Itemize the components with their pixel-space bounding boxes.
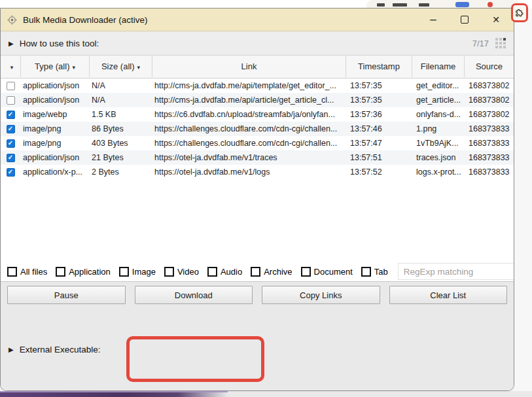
filter-bar: All files Application Image Video Audio … <box>1 262 514 281</box>
cell-size: N/A <box>89 81 152 90</box>
row-checkbox[interactable] <box>7 125 15 133</box>
extension-window: Bulk Media Downloader (active) – ✕ ▶ How… <box>0 8 514 391</box>
filter-checkbox[interactable] <box>7 267 17 277</box>
cell-timestamp: 13:57:35 <box>346 95 412 105</box>
table-row[interactable]: application/json 21 Bytes https://otel-j… <box>1 150 514 165</box>
cell-timestamp: 13:57:51 <box>346 153 412 162</box>
grid-view-icon[interactable] <box>495 38 506 48</box>
clear-list-button[interactable]: Clear List <box>389 286 508 304</box>
filter-application[interactable]: Application <box>56 267 111 277</box>
cell-source: 168373833 <box>464 167 514 177</box>
cell-filename: logs.x-prot... <box>412 167 464 177</box>
filter-checkbox[interactable] <box>56 267 65 277</box>
cell-size: 86 Bytes <box>89 124 152 133</box>
table-row[interactable]: application/json N/A http://cms-ja.dvdfa… <box>1 78 514 93</box>
how-to-use-toggle[interactable]: ▶ How to use this tool: 7/17 <box>1 31 514 56</box>
browser-ui-fragment <box>488 2 493 7</box>
cell-size: N/A <box>89 95 152 105</box>
how-to-use-label: How to use this tool: <box>20 39 99 48</box>
puzzle-icon[interactable] <box>514 8 525 18</box>
download-button[interactable]: Download <box>135 286 253 304</box>
filter-checkbox[interactable] <box>361 267 371 277</box>
external-executable-label: External Executable: <box>20 345 101 354</box>
type-filter-header[interactable]: Type (all)▾ <box>20 56 89 77</box>
filter-audio[interactable]: Audio <box>207 267 242 277</box>
select-filter-header[interactable]: ▾ <box>1 56 20 77</box>
row-checkbox[interactable] <box>7 139 15 148</box>
cell-type: image/png <box>20 139 89 148</box>
filter-all-files[interactable]: All files <box>7 267 47 277</box>
cell-source: 168373833 <box>464 124 514 133</box>
filter-document[interactable]: Document <box>301 267 353 277</box>
row-checkbox[interactable] <box>7 96 15 105</box>
cell-source: 168373802 <box>464 95 514 105</box>
table-row[interactable]: application/json N/A http://cms-ja.dvdfa… <box>1 93 514 107</box>
cell-size: 403 Bytes <box>89 139 152 148</box>
maximize-icon[interactable] <box>460 15 469 24</box>
cell-timestamp: 13:57:35 <box>346 81 412 90</box>
chevron-down-icon: ▾ <box>10 64 14 71</box>
chevron-down-icon: ▾ <box>72 64 75 71</box>
annotation-extension-highlight <box>511 3 528 22</box>
cell-timestamp: 13:57:47 <box>346 139 412 148</box>
regexp-input[interactable] <box>398 263 514 280</box>
cell-source: 168373802 <box>464 110 514 119</box>
cell-link: http://cms-ja.dvdfab.me/api/template/get… <box>152 81 346 90</box>
filter-video[interactable]: Video <box>164 267 199 277</box>
cell-link: https://otel-ja.dvdfab.me/v1/traces <box>152 153 346 162</box>
filter-checkbox[interactable] <box>301 267 311 277</box>
filter-checkbox[interactable] <box>164 267 174 277</box>
filter-checkbox[interactable] <box>251 267 260 277</box>
window-title: Bulk Media Downloader (active) <box>23 15 148 25</box>
table-row[interactable]: image/png 403 Bytes https://challenges.c… <box>1 136 514 150</box>
empty-list-area <box>1 179 514 262</box>
external-executable-toggle[interactable]: ▶ External Executable: <box>1 308 514 390</box>
cell-link: http://cms-ja.dvdfab.me/api/article/get_… <box>152 95 346 105</box>
item-counter: 7/17 <box>472 39 489 48</box>
filter-image[interactable]: Image <box>119 267 156 277</box>
cell-type: image/png <box>20 124 89 133</box>
copy-links-button[interactable]: Copy Links <box>262 286 380 304</box>
page-background <box>514 9 532 397</box>
cell-type: application/json <box>20 153 89 162</box>
chevron-right-icon: ▶ <box>9 40 14 47</box>
cell-type: application/json <box>20 95 89 105</box>
browser-ui-fragment <box>393 3 407 7</box>
table-header: ▾ Type (all)▾ Size (all)▾ Link Timestamp… <box>1 56 514 78</box>
close-icon[interactable]: ✕ <box>491 15 501 24</box>
source-header: Source <box>464 56 514 77</box>
cell-filename: get_editor... <box>412 81 464 90</box>
minimize-icon[interactable]: – <box>429 15 438 24</box>
filter-archive[interactable]: Archive <box>251 267 292 277</box>
cell-type: application/json <box>20 81 89 90</box>
window-titlebar: Bulk Media Downloader (active) – ✕ <box>1 9 514 31</box>
table-row[interactable]: image/png 86 Bytes https://challenges.cl… <box>1 122 514 136</box>
target-icon <box>7 15 17 25</box>
table-row[interactable]: image/webp 1.5 KB https://c6.dvdfab.cn/u… <box>1 107 514 122</box>
row-checkbox[interactable] <box>7 82 15 90</box>
link-header: Link <box>152 56 346 77</box>
filter-checkbox[interactable] <box>119 267 129 277</box>
cell-type: application/x-p... <box>20 167 89 177</box>
cell-timestamp: 13:57:52 <box>346 167 412 177</box>
filter-checkbox[interactable] <box>207 267 217 277</box>
page-purple-edge <box>0 391 228 397</box>
filename-header: Filename <box>412 56 464 77</box>
pause-button[interactable]: Pause <box>7 286 126 304</box>
browser-ui-fragment <box>377 3 385 7</box>
size-filter-header[interactable]: Size (all)▾ <box>89 56 152 77</box>
cell-filename: get_article... <box>412 95 464 105</box>
filter-tab[interactable]: Tab <box>361 267 388 277</box>
action-bar: Pause Download Copy Links Clear List <box>1 281 514 308</box>
cell-link: https://otel-ja.dvdfab.me/v1/logs <box>152 167 346 177</box>
timestamp-header: Timestamp <box>346 56 412 77</box>
browser-ui-fragment <box>419 3 429 7</box>
cell-timestamp: 13:57:36 <box>346 110 412 119</box>
row-checkbox[interactable] <box>7 168 15 177</box>
cell-size: 2 Bytes <box>89 167 152 177</box>
row-checkbox[interactable] <box>7 111 15 119</box>
cell-source: 168373833 <box>464 139 514 148</box>
row-checkbox[interactable] <box>7 154 15 162</box>
table-row[interactable]: application/x-p... 2 Bytes https://otel-… <box>1 165 514 179</box>
window-controls: – ✕ <box>429 15 507 24</box>
